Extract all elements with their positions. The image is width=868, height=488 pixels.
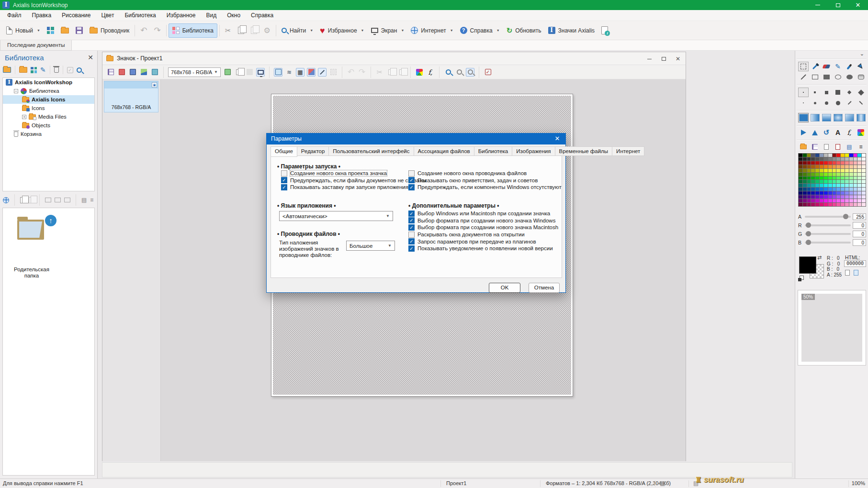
palette-color[interactable] [807, 173, 811, 176]
palette-color[interactable] [841, 195, 845, 199]
palette-color[interactable] [833, 191, 836, 195]
zoom-tool-icon[interactable] [466, 68, 474, 77]
palette-color[interactable] [862, 169, 866, 172]
palette-color[interactable] [828, 180, 832, 183]
effects-tool-icon[interactable]: f, [844, 128, 855, 137]
palette-color[interactable] [836, 188, 840, 191]
checkbox[interactable] [408, 170, 415, 177]
screen-button[interactable]: Экран ▼ [368, 23, 408, 38]
palette-color[interactable] [836, 161, 840, 165]
palette-color[interactable] [815, 154, 819, 157]
dialog-tab[interactable]: Общие [271, 146, 297, 157]
palette-color[interactable] [820, 154, 823, 157]
size-dot-4[interactable] [833, 98, 843, 108]
copy-button[interactable] [235, 23, 248, 38]
tree-item[interactable]: IAxialis IconWorkshop [3, 78, 94, 87]
palette-color[interactable] [824, 195, 828, 199]
palette-color[interactable] [849, 173, 853, 176]
palette-color[interactable] [836, 169, 840, 172]
brush-tool[interactable] [844, 62, 855, 71]
palette-color[interactable] [854, 173, 857, 176]
tree-item[interactable]: −Библиотека [3, 87, 94, 95]
fill-tool[interactable] [856, 62, 866, 71]
palette-color[interactable] [803, 180, 807, 183]
palette-color[interactable] [833, 199, 836, 202]
size-square-1[interactable] [810, 88, 820, 97]
palette-color[interactable] [815, 195, 819, 199]
palette-color[interactable] [828, 191, 832, 195]
flip-vertical-icon[interactable] [810, 128, 820, 137]
palette-color[interactable] [799, 165, 802, 168]
menu-item[interactable]: Вид [201, 10, 222, 21]
new-folder-button[interactable] [3, 67, 11, 73]
palette-color[interactable] [820, 188, 823, 191]
doc-paste-icon[interactable] [397, 68, 406, 77]
palette-color[interactable] [849, 177, 853, 180]
fill-gradient-v[interactable] [821, 113, 832, 122]
readme-button[interactable] [598, 23, 611, 38]
checkbox[interactable]: ✓ [281, 177, 287, 183]
palette-color[interactable] [862, 191, 866, 195]
view-list-icon[interactable]: ≡ [90, 197, 93, 203]
tree-item[interactable]: +Media Files [3, 112, 94, 121]
palette-color[interactable] [857, 157, 861, 161]
palette-color[interactable] [828, 188, 832, 191]
slider-thumb[interactable] [806, 222, 811, 228]
palette-color[interactable] [833, 188, 836, 191]
palette-color[interactable] [849, 161, 853, 165]
checkbox-row[interactable]: ✓Показывать уведомление о появлении ново… [408, 245, 558, 252]
palette-color[interactable] [820, 157, 823, 161]
cancel-button[interactable]: Отмена [529, 283, 560, 293]
palette-color[interactable] [815, 157, 819, 161]
palette-color[interactable] [811, 180, 815, 183]
palette-color[interactable] [841, 177, 845, 180]
palette-color[interactable] [815, 199, 819, 202]
palette-color[interactable] [828, 161, 832, 165]
find-button[interactable]: Найти ▼ [278, 23, 316, 38]
palette-color[interactable] [803, 184, 807, 187]
minimize-button[interactable] [808, 0, 828, 10]
size-slash-1[interactable] [844, 98, 855, 108]
edit-button[interactable]: ✎ [40, 66, 46, 74]
palette-color[interactable] [811, 154, 815, 157]
palette-color[interactable] [849, 188, 853, 191]
palette-color[interactable] [811, 188, 815, 191]
palette-color[interactable] [833, 180, 836, 183]
checkbox[interactable]: ✓ [408, 245, 415, 252]
slider-track[interactable] [805, 233, 851, 235]
doc-minimize-button[interactable] [644, 55, 654, 62]
icons-view-icon[interactable] [274, 68, 282, 77]
flip-horizontal-icon[interactable] [798, 128, 809, 137]
import-image-icon[interactable] [139, 68, 148, 77]
new-image-format-icon[interactable] [223, 68, 232, 77]
size-square-2[interactable] [821, 88, 832, 97]
save-project-icon[interactable] [106, 68, 115, 77]
palette-color[interactable] [845, 188, 849, 191]
palette-color[interactable] [849, 154, 853, 157]
palette-color[interactable] [857, 177, 861, 180]
palette-color[interactable] [824, 180, 828, 183]
palette-color[interactable] [799, 173, 802, 176]
palette-color[interactable] [857, 203, 861, 206]
fill-gradient-h[interactable] [810, 113, 820, 122]
palette-color[interactable] [849, 180, 853, 183]
palette-color[interactable] [836, 157, 840, 161]
palette-color[interactable] [807, 203, 811, 206]
palette-color[interactable] [836, 154, 840, 157]
grid-icon[interactable]: ▦ [296, 68, 304, 77]
palette-color[interactable] [857, 180, 861, 183]
slider-thumb[interactable] [843, 214, 848, 219]
palette-color[interactable] [857, 173, 861, 176]
doc-undo-icon[interactable]: ↶ [347, 68, 355, 77]
palette-color[interactable] [836, 203, 840, 206]
checkbox[interactable] [408, 232, 415, 238]
ellipse-tool[interactable] [833, 72, 843, 82]
slider-value[interactable]: 0 [853, 222, 866, 229]
palette-color[interactable] [862, 195, 866, 199]
doc-close-button[interactable]: ✕ [673, 55, 683, 62]
palette-color[interactable] [854, 165, 857, 168]
palette-color[interactable] [803, 188, 807, 191]
palette-color[interactable] [828, 173, 832, 176]
size-square-3[interactable] [833, 88, 843, 97]
document-titlebar[interactable]: Значок - Проект1 ✕ [102, 52, 686, 65]
